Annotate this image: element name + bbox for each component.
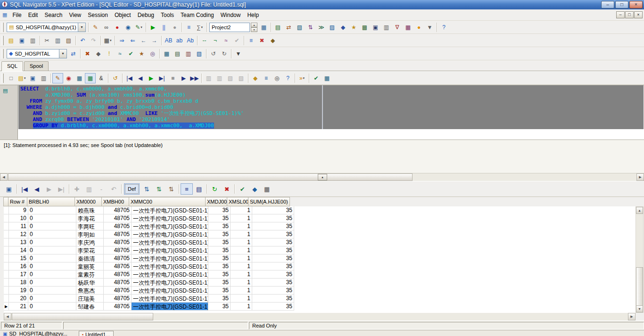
pause-icon[interactable]: ||: [158, 22, 169, 33]
grid-cell[interactable]: 35: [252, 295, 294, 303]
grid-cell[interactable]: 35: [252, 206, 294, 214]
column-header-xmbh00[interactable]: XMBH00: [101, 197, 129, 206]
edit-sql-icon[interactable]: ✎: [52, 73, 63, 83]
dropdown-arrow-icon[interactable]: ▾: [110, 39, 112, 42]
scrollbar-thumb[interactable]: [12, 313, 153, 320]
schema-combobox-dropdown-icon[interactable]: ▼: [59, 49, 66, 58]
toolbar-grip[interactable]: [2, 74, 4, 83]
mdi-restore-button[interactable]: □: [625, 11, 634, 18]
grid-settings-icon[interactable]: ▦: [261, 183, 273, 195]
column-header-xmmc00[interactable]: XMMC00: [129, 197, 206, 206]
grid-cell[interactable]: 0: [28, 206, 76, 214]
table-row[interactable]: 200庄瑞美48705一次性手控电刀(GSD-SE01-1)35135: [4, 295, 636, 303]
grid-cell[interactable]: 35: [208, 214, 231, 222]
open-sql-dropdown-icon[interactable]: ▤▾: [17, 73, 27, 83]
project-combobox[interactable]: Project2: [209, 23, 250, 32]
grid-cell[interactable]: 48705: [104, 246, 132, 254]
menu-debug[interactable]: Debug: [134, 10, 157, 20]
grid-cell[interactable]: 0: [28, 262, 76, 270]
explain-plan-icon[interactable]: ∇: [392, 22, 403, 33]
benchmark-icon[interactable]: ★: [136, 49, 147, 59]
grid-cell[interactable]: 48705: [104, 270, 132, 279]
grid-cell[interactable]: 19: [9, 287, 28, 295]
splitter-collapse-icon[interactable]: ▲: [318, 174, 327, 180]
grid-cell[interactable]: 35: [208, 295, 231, 303]
record-view-icon[interactable]: ▤: [193, 183, 205, 195]
minimize-button[interactable]: –: [601, 1, 614, 8]
grid-cell[interactable]: 35: [252, 303, 294, 311]
attach-session-icon[interactable]: ⇄: [68, 49, 79, 59]
grid-cell[interactable]: 一次性手控电刀(GSD-SE01-1): [132, 206, 208, 214]
column-header-xm0000[interactable]: XM0000: [74, 197, 102, 206]
more-tools-icon[interactable]: ▼: [233, 49, 244, 59]
grid-cell[interactable]: 邹建春: [76, 303, 104, 311]
next-statement-icon[interactable]: ▶: [178, 73, 189, 83]
save-file-icon[interactable]: ▣: [17, 35, 27, 46]
dropdown-arrow-icon[interactable]: ▾: [140, 25, 142, 29]
grid-cell[interactable]: 1: [231, 262, 252, 270]
tab-sql[interactable]: SQL: [1, 61, 23, 71]
execute-statement-icon[interactable]: ▶: [146, 73, 157, 83]
grid-cell[interactable]: 0: [28, 270, 76, 279]
kill-session-icon[interactable]: ●: [112, 22, 123, 33]
analyze-icon[interactable]: ▧: [294, 22, 305, 33]
refresh-filter-icon[interactable]: ◆: [248, 183, 261, 195]
layout-dropdown-icon[interactable]: ▦▾: [102, 35, 113, 46]
wrap-code-icon[interactable]: ↺: [208, 49, 219, 59]
grid-cell[interactable]: 11: [9, 222, 28, 230]
grid-cell[interactable]: 李荣花: [76, 246, 104, 254]
table-row[interactable]: 190詹惠杰48705一次性手控电刀(GSD-SE01-1)35135: [4, 287, 636, 295]
grid-cell[interactable]: 9: [9, 206, 28, 214]
table-row[interactable]: 110李两旺48705一次性手控电刀(GSD-SE01-1)35135: [4, 222, 636, 230]
restore-button[interactable]: □: [615, 1, 628, 8]
column-header-row-[interactable]: Row #: [8, 197, 27, 206]
grid-options-icon[interactable]: ▦: [322, 73, 332, 83]
column-header-xmdj00[interactable]: XMDJ00: [205, 197, 227, 206]
print-icon[interactable]: ▥: [27, 35, 38, 46]
table-row[interactable]: 170童素芬48705一次性手控电刀(GSD-SE01-1)35135: [4, 270, 636, 279]
grid-cell[interactable]: 48705: [104, 287, 132, 295]
scrollbar-thumb[interactable]: [8, 173, 413, 181]
grid-cell[interactable]: 48705: [104, 214, 132, 222]
grid-cell[interactable]: 35: [208, 230, 231, 238]
grid-cell[interactable]: 0: [28, 222, 76, 230]
table-row[interactable]: 180杨跃华48705一次性手控电刀(GSD-SE01-1)35135: [4, 279, 636, 287]
scroll-left-icon[interactable]: ◀: [0, 173, 8, 181]
grid-cell[interactable]: 0: [28, 254, 76, 262]
copy-icon[interactable]: ▥: [52, 35, 63, 46]
explain-icon[interactable]: !: [104, 49, 115, 59]
sort-data-icon[interactable]: ⇅: [140, 183, 153, 195]
grid-cell[interactable]: 35: [252, 270, 294, 279]
sort-none-icon[interactable]: ⇅: [165, 183, 177, 195]
grid-cell[interactable]: 1: [231, 270, 252, 279]
verify-icon[interactable]: ✔: [311, 73, 322, 83]
table-editor-icon[interactable]: ▦: [161, 49, 172, 59]
snapshot-icon[interactable]: ◎: [147, 49, 158, 59]
view-editor-icon[interactable]: ▤: [172, 49, 183, 59]
tab-spool[interactable]: Spool: [24, 61, 49, 71]
outdent-icon[interactable]: ⇐: [127, 35, 138, 46]
context-help-icon[interactable]: ?: [282, 73, 293, 83]
export-table-icon[interactable]: ≫: [316, 22, 327, 33]
previous-statement-icon[interactable]: ◀: [135, 73, 146, 83]
grid-cell[interactable]: 1: [231, 206, 252, 214]
grid-cell[interactable]: 1: [231, 222, 252, 230]
uppercase-icon[interactable]: AB: [163, 35, 174, 46]
grid-cell[interactable]: 李明如: [76, 230, 104, 238]
grid-cell[interactable]: 0: [28, 230, 76, 238]
print-sql-icon[interactable]: ▥: [38, 73, 49, 83]
grid-cell[interactable]: 一次性手控电刀(GSD-SE01-1): [132, 214, 208, 222]
shift-right-icon[interactable]: →: [149, 35, 160, 46]
lowercase-icon[interactable]: ab: [174, 35, 185, 46]
table-row[interactable]: 120李明如48705一次性手控电刀(GSD-SE01-1)35135: [4, 230, 636, 238]
last-statement-icon[interactable]: ▶▶: [189, 73, 200, 83]
grid-cell[interactable]: 李庆鸿: [76, 238, 104, 246]
more-actions-icon[interactable]: »▾: [297, 73, 307, 83]
grid-cell[interactable]: 0: [28, 287, 76, 295]
grid-cell[interactable]: 一次性手控电刀(GSD-SE01-1): [132, 303, 208, 311]
project-manager-icon[interactable]: ▦: [258, 22, 269, 33]
grid-cell[interactable]: 1: [231, 238, 252, 246]
grid-cell[interactable]: 48705: [104, 254, 132, 262]
grid-cell[interactable]: 一次性手控电刀(GSD-SE01-1): [132, 254, 208, 262]
step-icon[interactable]: ▶|: [157, 73, 167, 83]
